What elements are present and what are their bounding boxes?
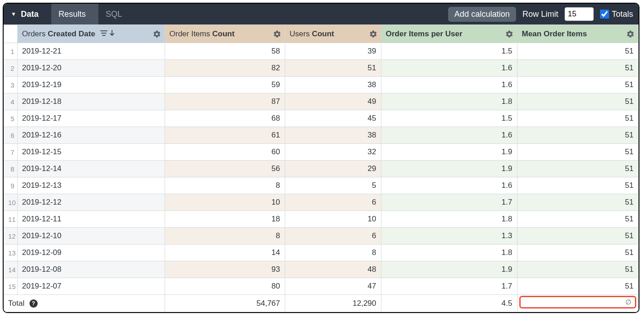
cell-created-date[interactable]: 2019-12-15 [17, 144, 165, 161]
tab-data[interactable]: ▼ Data [4, 4, 51, 24]
cell-mean-order-items[interactable]: 51 [517, 161, 639, 177]
cell-mean-order-items[interactable]: 51 [517, 127, 639, 144]
cell-order-items-count[interactable]: 93 [165, 261, 285, 278]
cell-users-count[interactable]: 51 [285, 60, 381, 77]
cell-order-items-count[interactable]: 10 [165, 194, 285, 211]
tab-sql[interactable]: SQL [98, 4, 135, 24]
cell-users-count[interactable]: 6 [285, 228, 381, 245]
cell-users-count[interactable]: 38 [285, 127, 381, 144]
cell-order-items-per-user[interactable]: 1.6 [381, 177, 517, 194]
cell-order-items-count[interactable]: 80 [165, 278, 285, 295]
column-header-order-items-count[interactable]: Order Items Count [165, 25, 285, 43]
cell-mean-order-items[interactable]: 51 [517, 177, 639, 194]
cell-order-items-count[interactable]: 58 [165, 43, 285, 60]
cell-order-items-count[interactable]: 82 [165, 60, 285, 77]
cell-created-date[interactable]: 2019-12-12 [17, 194, 165, 211]
cell-order-items-per-user[interactable]: 1.7 [381, 278, 517, 295]
cell-users-count[interactable]: 5 [285, 177, 381, 194]
cell-mean-order-items[interactable]: 51 [517, 278, 639, 295]
totals-toggle[interactable]: Totals [600, 10, 633, 19]
cell-mean-order-items[interactable]: 51 [517, 211, 639, 228]
totals-checkbox[interactable] [600, 10, 609, 19]
gear-icon[interactable] [153, 30, 161, 38]
gear-icon[interactable] [505, 30, 513, 38]
cell-created-date[interactable]: 2019-12-08 [17, 261, 165, 278]
cell-order-items-per-user[interactable]: 1.8 [381, 93, 517, 110]
table-row: 12019-12-2158391.551 [4, 43, 639, 60]
cell-order-items-count[interactable]: 68 [165, 110, 285, 127]
cell-order-items-per-user[interactable]: 1.6 [381, 127, 517, 144]
cell-created-date[interactable]: 2019-12-09 [17, 245, 165, 261]
cell-users-count[interactable]: 29 [285, 161, 381, 177]
cell-mean-order-items[interactable]: 51 [517, 60, 639, 77]
cell-users-count[interactable]: 10 [285, 211, 381, 228]
add-calculation-button[interactable]: Add calculation [448, 7, 516, 22]
cell-order-items-per-user[interactable]: 1.9 [381, 144, 517, 161]
column-header-order-items-per-user[interactable]: Order Items per User [381, 25, 517, 43]
cell-mean-order-items[interactable]: 51 [517, 77, 639, 93]
table-row: 82019-12-1456291.951 [4, 161, 639, 177]
cell-order-items-count[interactable]: 61 [165, 127, 285, 144]
cell-mean-order-items[interactable]: 51 [517, 228, 639, 245]
cell-users-count[interactable]: 45 [285, 110, 381, 127]
cell-order-items-per-user[interactable]: 1.8 [381, 211, 517, 228]
cell-mean-order-items[interactable]: 51 [517, 110, 639, 127]
cell-created-date[interactable]: 2019-12-13 [17, 177, 165, 194]
cell-mean-order-items[interactable]: 51 [517, 144, 639, 161]
cell-order-items-per-user[interactable]: 1.6 [381, 60, 517, 77]
cell-created-date[interactable]: 2019-12-14 [17, 161, 165, 177]
row-limit-input[interactable] [565, 7, 594, 21]
cell-users-count[interactable]: 49 [285, 93, 381, 110]
cell-created-date[interactable]: 2019-12-19 [17, 77, 165, 93]
cell-created-date[interactable]: 2019-12-18 [17, 93, 165, 110]
gear-icon[interactable] [626, 30, 634, 38]
cell-mean-order-items[interactable]: 51 [517, 194, 639, 211]
help-icon[interactable]: ? [29, 299, 38, 308]
column-header-created-date[interactable]: Orders Created Date [17, 25, 165, 43]
cell-created-date[interactable]: 2019-12-17 [17, 110, 165, 127]
cell-order-items-per-user[interactable]: 1.8 [381, 245, 517, 261]
cell-order-items-count[interactable]: 60 [165, 144, 285, 161]
cell-created-date[interactable]: 2019-12-10 [17, 228, 165, 245]
cell-mean-order-items[interactable]: 51 [517, 245, 639, 261]
cell-order-items-per-user[interactable]: 1.9 [381, 161, 517, 177]
cell-order-items-count[interactable]: 87 [165, 93, 285, 110]
row-number: 9 [4, 177, 17, 194]
cell-mean-order-items[interactable]: 51 [517, 43, 639, 60]
cell-order-items-count[interactable]: 8 [165, 177, 285, 194]
totals-row: Total ? 54,767 12,290 4.5 ∅ [4, 295, 639, 312]
gear-icon[interactable] [273, 30, 281, 38]
gear-icon[interactable] [369, 30, 377, 38]
cell-mean-order-items[interactable]: 51 [517, 93, 639, 110]
cell-users-count[interactable]: 38 [285, 77, 381, 93]
cell-created-date[interactable]: 2019-12-21 [17, 43, 165, 60]
cell-order-items-per-user[interactable]: 1.5 [381, 110, 517, 127]
column-header-mean-order-items[interactable]: Mean Order Items [517, 25, 639, 43]
cell-order-items-count[interactable]: 18 [165, 211, 285, 228]
cell-users-count[interactable]: 39 [285, 43, 381, 60]
cell-users-count[interactable]: 48 [285, 261, 381, 278]
row-limit-label: Row Limit [522, 10, 558, 19]
table-row: 132019-12-091481.851 [4, 245, 639, 261]
cell-order-items-count[interactable]: 56 [165, 161, 285, 177]
cell-order-items-per-user[interactable]: 1.7 [381, 194, 517, 211]
cell-users-count[interactable]: 6 [285, 194, 381, 211]
cell-users-count[interactable]: 47 [285, 278, 381, 295]
table-row: 142019-12-0893481.951 [4, 261, 639, 278]
cell-created-date[interactable]: 2019-12-16 [17, 127, 165, 144]
cell-order-items-count[interactable]: 8 [165, 228, 285, 245]
cell-order-items-count[interactable]: 59 [165, 77, 285, 93]
cell-order-items-count[interactable]: 14 [165, 245, 285, 261]
cell-users-count[interactable]: 8 [285, 245, 381, 261]
cell-order-items-per-user[interactable]: 1.9 [381, 261, 517, 278]
cell-order-items-per-user[interactable]: 1.3 [381, 228, 517, 245]
cell-order-items-per-user[interactable]: 1.6 [381, 77, 517, 93]
cell-created-date[interactable]: 2019-12-11 [17, 211, 165, 228]
cell-created-date[interactable]: 2019-12-20 [17, 60, 165, 77]
tab-results[interactable]: Results [51, 4, 98, 24]
cell-order-items-per-user[interactable]: 1.5 [381, 43, 517, 60]
column-header-users-count[interactable]: Users Count [285, 25, 381, 43]
cell-users-count[interactable]: 32 [285, 144, 381, 161]
cell-created-date[interactable]: 2019-12-07 [17, 278, 165, 295]
cell-mean-order-items[interactable]: 51 [517, 261, 639, 278]
